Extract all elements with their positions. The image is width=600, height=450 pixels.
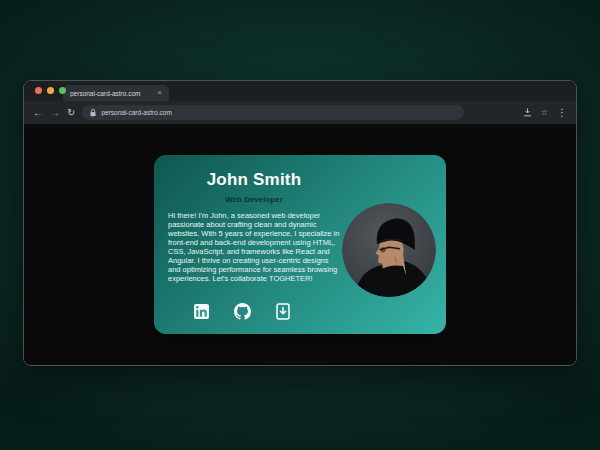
bookmark-star-icon[interactable]: ☆ <box>541 109 548 117</box>
social-links-row <box>168 303 340 320</box>
address-bar[interactable]: personal-card-astro.com <box>82 105 464 120</box>
browser-tab[interactable]: personal-card-astro.com × <box>63 85 169 101</box>
github-icon <box>234 303 251 320</box>
kebab-menu-icon[interactable]: ⋮ <box>557 108 567 118</box>
linkedin-link[interactable] <box>194 304 209 319</box>
profile-photo-illustration <box>342 203 436 297</box>
window-controls <box>35 87 66 94</box>
forward-icon[interactable]: → <box>50 108 60 118</box>
tab-bar: personal-card-astro.com × <box>24 81 576 101</box>
github-link[interactable] <box>234 303 251 320</box>
tab-title: personal-card-astro.com <box>70 90 153 97</box>
page-content: John Smith Web Developer Hi there! I'm J… <box>24 124 576 365</box>
person-name: John Smith <box>168 170 340 190</box>
browser-window: personal-card-astro.com × ← → ↻ personal… <box>23 80 577 366</box>
profile-card-text-column: John Smith Web Developer Hi there! I'm J… <box>168 167 340 322</box>
profile-card: John Smith Web Developer Hi there! I'm J… <box>154 155 446 334</box>
maximize-window-button[interactable] <box>59 87 66 94</box>
profile-photo <box>342 203 436 297</box>
nav-bar: ← → ↻ personal-card-astro.com ☆ ⋮ <box>24 101 576 124</box>
close-window-button[interactable] <box>35 87 42 94</box>
lock-icon <box>90 109 96 117</box>
reload-icon[interactable]: ↻ <box>67 108 75 118</box>
person-role: Web Developer <box>168 195 340 204</box>
download-cv-link[interactable] <box>276 303 290 320</box>
linkedin-icon <box>194 304 209 319</box>
url-text: personal-card-astro.com <box>101 109 171 116</box>
back-icon[interactable]: ← <box>33 108 43 118</box>
tab-close-icon[interactable]: × <box>157 89 162 97</box>
download-page-icon[interactable] <box>523 108 532 117</box>
download-cv-icon <box>276 303 290 320</box>
person-bio: Hi there! I'm John, a seasoned web devel… <box>168 211 340 283</box>
minimize-window-button[interactable] <box>47 87 54 94</box>
